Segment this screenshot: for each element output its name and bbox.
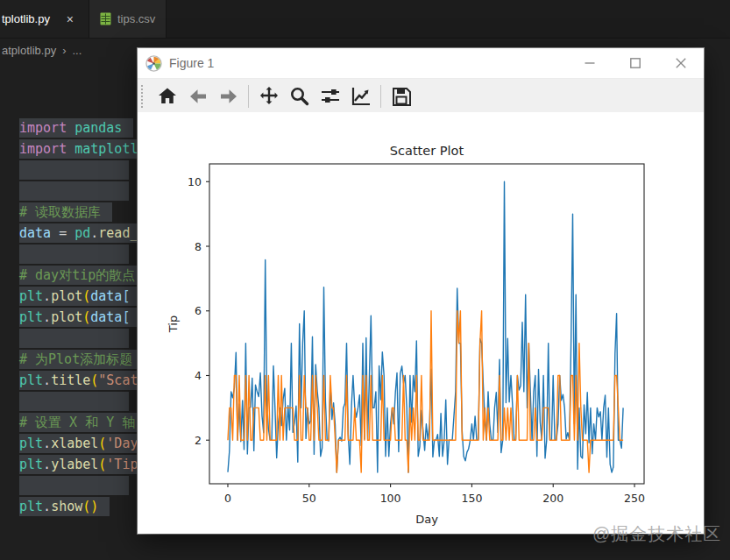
editor-tab-bar: tplotlib.py × tips.csv — [0, 0, 730, 39]
toolbar-separator — [380, 85, 381, 108]
customize-icon — [350, 85, 372, 108]
tab-tips-csv[interactable]: tips.csv — [89, 0, 167, 38]
save-icon — [390, 85, 413, 108]
maximize-button[interactable] — [613, 48, 658, 78]
close-icon — [674, 56, 688, 70]
code-line[interactable]: import pandas — [19, 118, 133, 138]
customize-button[interactable] — [345, 82, 376, 110]
zoom-button[interactable] — [284, 82, 315, 110]
series-size-line — [228, 311, 623, 472]
code-line[interactable]: plt.xlabel('Day — [19, 434, 149, 453]
toolbar-separator — [248, 85, 249, 108]
code-line[interactable]: # day对tip的散点 — [19, 266, 146, 285]
code-line[interactable]: plt.show() — [19, 497, 110, 516]
code-line[interactable] — [19, 181, 129, 201]
save-button[interactable] — [386, 82, 416, 110]
scatter-plot-chart: 050100150200250246810Scatter PlotDayTip — [138, 112, 704, 534]
zoom-icon — [288, 85, 311, 108]
series-tip-line — [228, 181, 623, 472]
pan-button[interactable] — [253, 82, 284, 110]
x-axis-label: Day — [415, 513, 438, 526]
code-line[interactable]: plt.ylabel('Tip — [19, 455, 149, 474]
svg-text:50: 50 — [302, 492, 316, 505]
chart-title: Scatter Plot — [390, 144, 464, 158]
forward-icon — [217, 85, 240, 108]
close-tab-icon[interactable]: × — [62, 12, 78, 26]
y-axis-label: Tip — [167, 315, 180, 333]
matplotlib-logo-icon — [145, 55, 162, 72]
svg-text:0: 0 — [224, 492, 231, 505]
code-line[interactable]: plt.plot(data[ — [19, 287, 141, 306]
window-controls — [567, 48, 704, 78]
tab-label: tplotlib.py — [2, 12, 50, 25]
home-button[interactable] — [152, 82, 182, 110]
tab-label: tips.csv — [117, 12, 155, 25]
matplotlib-figure-window: Figure 1 050100150200250246810Scat — [138, 48, 704, 534]
subplots-button[interactable] — [315, 82, 345, 110]
forward-button[interactable] — [213, 82, 244, 110]
subplots-icon — [319, 85, 342, 108]
csv-file-icon — [100, 12, 111, 25]
tab-matplotlib-py[interactable]: tplotlib.py × — [0, 0, 89, 38]
figure-toolbar — [138, 79, 704, 114]
svg-text:8: 8 — [195, 240, 202, 253]
watermark: @掘金技术社区 — [592, 522, 721, 546]
svg-text:2: 2 — [195, 434, 202, 447]
code-line[interactable]: data = pd.read_c — [19, 223, 158, 243]
figure-window-title: Figure 1 — [169, 56, 214, 70]
code-line[interactable] — [19, 476, 129, 495]
svg-text:4: 4 — [195, 369, 202, 382]
svg-text:250: 250 — [624, 492, 645, 505]
code-line[interactable] — [19, 160, 129, 180]
pan-icon — [258, 85, 280, 108]
minimize-button[interactable] — [567, 48, 613, 78]
code-line[interactable]: # 为Plot添加标题 — [19, 350, 144, 369]
back-icon — [187, 85, 209, 108]
svg-text:6: 6 — [195, 304, 202, 317]
code-line[interactable]: plt.plot(data[ — [19, 308, 141, 327]
svg-text:10: 10 — [188, 175, 202, 188]
minimize-icon — [583, 56, 597, 70]
code-line[interactable] — [19, 392, 129, 411]
toolbar-grip-handle[interactable] — [141, 85, 146, 108]
svg-text:100: 100 — [380, 492, 401, 505]
figure-titlebar[interactable]: Figure 1 — [138, 48, 704, 79]
close-button[interactable] — [658, 48, 704, 78]
back-button[interactable] — [182, 82, 213, 110]
home-icon — [156, 85, 179, 108]
code-line[interactable] — [19, 329, 129, 348]
code-line[interactable]: # 设置 X 和 Y 轴 — [19, 413, 146, 432]
svg-text:200: 200 — [542, 492, 563, 505]
code-line[interactable]: # 读取数据库 — [19, 202, 112, 222]
maximize-icon — [628, 56, 642, 70]
figure-canvas[interactable]: 050100150200250246810Scatter PlotDayTip — [138, 112, 704, 534]
code-line[interactable]: plt.title("Scat — [19, 371, 149, 390]
code-line[interactable]: import matplotli — [19, 139, 158, 159]
svg-text:150: 150 — [461, 492, 482, 505]
code-line[interactable] — [19, 245, 129, 264]
